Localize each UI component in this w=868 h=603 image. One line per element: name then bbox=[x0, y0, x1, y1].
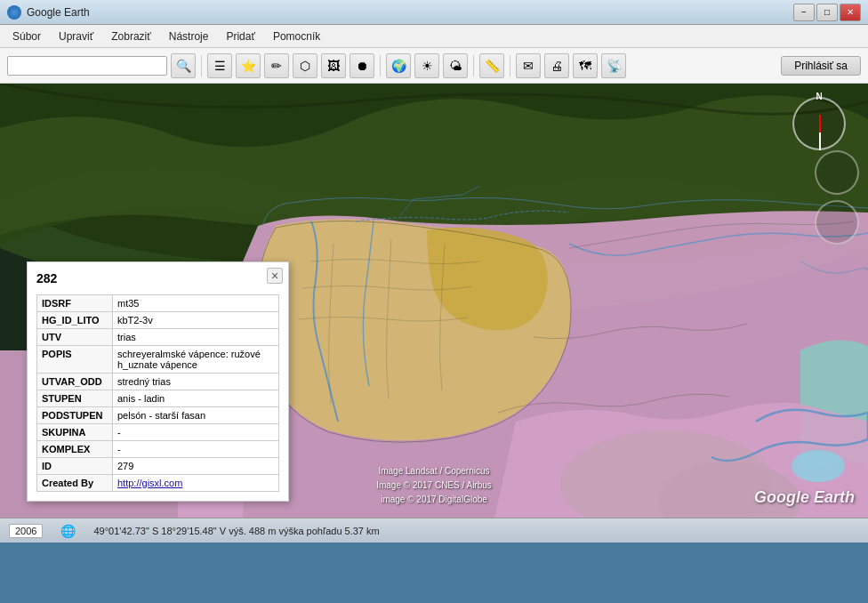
status-globe-icon: 🌐 bbox=[60, 524, 76, 538]
popup-close-button[interactable]: × bbox=[267, 268, 283, 284]
pan-control[interactable] bbox=[815, 150, 859, 195]
field-key: UTVAR_ODD bbox=[37, 374, 113, 390]
record-button[interactable]: ⏺ bbox=[350, 53, 374, 78]
map-attribution: Image Landsat / Copernicus Image © 2017 … bbox=[376, 464, 492, 507]
toolbar: 🔍 ☰ ⭐ ✏ ⬡ 🖼 ⏺ 🌍 ☀ 🌤 📏 ✉ 🖨 🗺 📡 Prihlásiť … bbox=[0, 48, 868, 84]
close-button[interactable]: ✕ bbox=[840, 4, 861, 21]
email-button[interactable]: ✉ bbox=[516, 53, 541, 78]
google-earth-watermark: Google Earth bbox=[754, 488, 855, 507]
compass-ring: N bbox=[792, 97, 846, 150]
menu-pridat[interactable]: Pridať bbox=[217, 27, 264, 46]
toolbar-separator-2 bbox=[380, 55, 381, 76]
polygon-button[interactable]: ⬡ bbox=[293, 53, 317, 78]
compass-north-label: N bbox=[816, 92, 822, 101]
maximize-button[interactable]: □ bbox=[816, 4, 838, 21]
compass: N bbox=[788, 92, 850, 155]
field-value: schreyeralmské vápence: ružové h_uznate … bbox=[113, 346, 279, 374]
field-value: pelsón - starší fasan bbox=[113, 407, 279, 424]
menu-nastroje[interactable]: Nástroje bbox=[160, 27, 218, 46]
window-controls: − □ ✕ bbox=[793, 4, 861, 21]
title-bar: Google Earth − □ ✕ bbox=[0, 0, 868, 25]
table-row: UTVtrias bbox=[37, 329, 279, 346]
popup-data-table: IDSRFmt35HG_ID_LITOkbT2-3vUTVtriasPOPISs… bbox=[36, 294, 279, 492]
table-row: STUPENanis - ladin bbox=[37, 390, 279, 407]
field-key: Created By bbox=[37, 475, 113, 492]
app-icon bbox=[7, 5, 21, 20]
field-value: - bbox=[113, 424, 279, 441]
field-key: KOMPLEX bbox=[37, 441, 113, 458]
field-key: STUPEN bbox=[37, 390, 113, 407]
table-row: IDSRFmt35 bbox=[37, 295, 279, 312]
app-title: Google Earth bbox=[27, 6, 793, 19]
field-value: mt35 bbox=[113, 295, 279, 312]
field-value: trias bbox=[113, 329, 279, 346]
attribution-line3: image © 2017 DigitalGlobe bbox=[376, 493, 492, 507]
search-button[interactable]: 🔍 bbox=[171, 53, 196, 78]
table-row: HG_ID_LITOkbT2-3v bbox=[37, 312, 279, 329]
search-input[interactable] bbox=[7, 56, 167, 76]
field-value: kbT2-3v bbox=[113, 312, 279, 329]
year-indicator: 2006 bbox=[9, 524, 43, 538]
feature-popup: × 282 IDSRFmt35HG_ID_LITOkbT2-3vUTVtrias… bbox=[27, 261, 289, 502]
maps2-button[interactable]: 📡 bbox=[601, 53, 626, 78]
sky-button[interactable]: ☀ bbox=[414, 53, 439, 78]
table-row: Created Byhttp://gisxl.com bbox=[37, 475, 279, 492]
table-row: POPISschreyeralmské vápence: ružové h_uz… bbox=[37, 346, 279, 374]
svg-point-6 bbox=[792, 450, 845, 482]
show-hide-sidebar-button[interactable]: ☰ bbox=[207, 53, 232, 78]
toolbar-separator-1 bbox=[201, 55, 202, 76]
print-button[interactable]: 🖨 bbox=[544, 53, 569, 78]
menu-subor[interactable]: Súbor bbox=[4, 27, 50, 46]
path-button[interactable]: ✏ bbox=[264, 53, 289, 78]
field-key: ID bbox=[37, 458, 113, 475]
status-icon-area: 🌐 bbox=[60, 524, 76, 538]
field-value: 279 bbox=[113, 458, 279, 475]
table-row: UTVAR_ODDstredný trias bbox=[37, 374, 279, 390]
map-area[interactable]: N × 282 IDSRFmt35HG_ID_LITOkbT2-3vUTVtri… bbox=[0, 84, 868, 543]
login-button[interactable]: Prihlásiť sa bbox=[781, 56, 861, 76]
field-link[interactable]: http://gisxl.com bbox=[117, 478, 182, 488]
field-value: stredný trias bbox=[113, 374, 279, 390]
popup-title: 282 bbox=[36, 271, 279, 285]
ruler-button[interactable]: 📏 bbox=[479, 53, 504, 78]
maps-button[interactable]: 🗺 bbox=[573, 53, 598, 78]
attribution-line2: Image © 2017 CNES / Airbus bbox=[376, 478, 492, 493]
field-key: PODSTUPEN bbox=[37, 407, 113, 424]
overlay-button[interactable]: 🖼 bbox=[321, 53, 346, 78]
menu-upravit[interactable]: Upraviť bbox=[50, 27, 102, 46]
field-key: HG_ID_LITO bbox=[37, 312, 113, 329]
menu-bar: Súbor Upraviť Zobraziť Nástroje Pridať P… bbox=[0, 25, 868, 48]
attribution-line1: Image Landsat / Copernicus bbox=[376, 464, 492, 478]
coordinates-display: 49°01'42.73" S 18°29'15.48" V výš. 488 m… bbox=[93, 526, 379, 536]
zoom-control[interactable] bbox=[815, 200, 859, 245]
toolbar-separator-3 bbox=[473, 55, 474, 76]
field-key: SKUPINA bbox=[37, 424, 113, 441]
field-value[interactable]: http://gisxl.com bbox=[113, 475, 279, 492]
earth-view-button[interactable]: 🌍 bbox=[386, 53, 411, 78]
toolbar-separator-4 bbox=[510, 55, 510, 76]
field-key: POPIS bbox=[37, 346, 113, 374]
table-row: PODSTUPENpelsón - starší fasan bbox=[37, 407, 279, 424]
navigation-controls bbox=[815, 150, 859, 250]
field-key: UTV bbox=[37, 329, 113, 346]
field-key: IDSRF bbox=[37, 295, 113, 312]
sun-button[interactable]: 🌤 bbox=[443, 53, 468, 78]
placemark-button[interactable]: ⭐ bbox=[236, 53, 261, 78]
table-row: SKUPINA- bbox=[37, 424, 279, 441]
field-value: anis - ladin bbox=[113, 390, 279, 407]
menu-zobrazit[interactable]: Zobraziť bbox=[102, 27, 160, 46]
menu-pomocnik[interactable]: Pomocník bbox=[264, 27, 329, 46]
table-row: ID279 bbox=[37, 458, 279, 475]
minimize-button[interactable]: − bbox=[793, 4, 815, 21]
table-row: KOMPLEX- bbox=[37, 441, 279, 458]
field-value: - bbox=[113, 441, 279, 458]
status-bar: 2006 🌐 49°01'42.73" S 18°29'15.48" V výš… bbox=[0, 518, 868, 543]
